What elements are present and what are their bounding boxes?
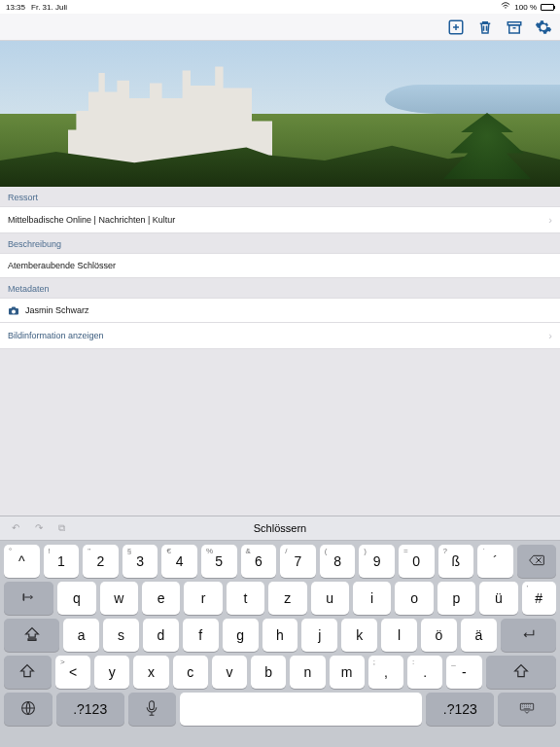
key-5[interactable]: %5 bbox=[201, 545, 237, 578]
battery-icon bbox=[541, 4, 554, 11]
key-hash[interactable]: '# bbox=[522, 582, 556, 615]
status-date: Fr. 31. Juli bbox=[31, 3, 67, 12]
globe-key[interactable] bbox=[4, 693, 52, 726]
key-m[interactable]: m bbox=[330, 656, 365, 689]
key-g[interactable]: g bbox=[223, 619, 259, 652]
key-x[interactable]: x bbox=[133, 656, 168, 689]
metadaten-author: Jasmin Schwarz bbox=[25, 305, 89, 315]
settings-button[interactable] bbox=[535, 18, 552, 36]
shift-key-left[interactable] bbox=[4, 656, 52, 689]
svg-rect-4 bbox=[150, 700, 155, 709]
svg-rect-2 bbox=[509, 24, 520, 32]
key-d[interactable]: d bbox=[143, 619, 179, 652]
key--[interactable]: _- bbox=[446, 656, 481, 689]
hide-keyboard-key[interactable] bbox=[498, 693, 556, 726]
add-image-button[interactable] bbox=[447, 18, 465, 36]
key-p[interactable]: p bbox=[438, 582, 475, 615]
symbols-key-left[interactable]: .?123 bbox=[56, 693, 124, 726]
key-ü[interactable]: ü bbox=[479, 582, 517, 615]
beschreibung-row[interactable]: Atemberaubende Schlösser bbox=[0, 253, 560, 278]
keyboard: ↶ ↷ ⧉ Schlössern °^!1"2§3€4%5&6/7(8)9=0?… bbox=[0, 516, 560, 747]
status-bar: 13:35 Fr. 31. Juli 100 % bbox=[0, 0, 560, 14]
metadaten-info-row[interactable]: Bildinformation anzeigen › bbox=[0, 323, 560, 349]
key-lt[interactable]: >< bbox=[55, 656, 90, 689]
mic-key[interactable] bbox=[128, 693, 177, 726]
beschreibung-value: Atemberaubende Schlösser bbox=[8, 261, 116, 270]
key-v[interactable]: v bbox=[212, 656, 247, 689]
backspace-key[interactable] bbox=[517, 545, 556, 578]
key-w[interactable]: w bbox=[100, 582, 138, 615]
key-y[interactable]: y bbox=[94, 656, 129, 689]
key-f[interactable]: f bbox=[183, 619, 219, 652]
enter-key[interactable] bbox=[501, 619, 556, 652]
key-z[interactable]: z bbox=[268, 582, 306, 615]
key-j[interactable]: j bbox=[301, 619, 337, 652]
battery-pct: 100 % bbox=[514, 3, 537, 12]
key-0[interactable]: =0 bbox=[399, 545, 435, 578]
key-q[interactable]: q bbox=[57, 582, 95, 615]
keyboard-suggestion[interactable]: Schlössern bbox=[0, 522, 560, 534]
key-l[interactable]: l bbox=[381, 619, 417, 652]
key-t[interactable]: t bbox=[227, 582, 264, 615]
key-´[interactable]: `´ bbox=[477, 545, 513, 578]
metadaten-author-row[interactable]: Jasmin Schwarz bbox=[0, 298, 560, 323]
toolbar bbox=[0, 14, 560, 41]
wifi-icon bbox=[501, 2, 510, 12]
capslock-key[interactable] bbox=[4, 619, 59, 652]
section-beschreibung-title: Beschreibung bbox=[0, 233, 560, 253]
key-u[interactable]: u bbox=[311, 582, 349, 615]
key-4[interactable]: €4 bbox=[161, 545, 197, 578]
key-2[interactable]: "2 bbox=[83, 545, 119, 578]
key-o[interactable]: o bbox=[395, 582, 433, 615]
ressort-row[interactable]: Mittelbadische Online | Nachrichten | Ku… bbox=[0, 206, 560, 233]
ressort-value: Mittelbadische Online | Nachrichten | Ku… bbox=[8, 215, 175, 225]
key-ß[interactable]: ?ß bbox=[438, 545, 474, 578]
key-b[interactable]: b bbox=[251, 656, 286, 689]
camera-icon bbox=[8, 305, 19, 315]
key-i[interactable]: i bbox=[353, 582, 391, 615]
key-c[interactable]: c bbox=[173, 656, 208, 689]
tab-key[interactable] bbox=[4, 582, 53, 615]
section-ressort-title: Ressort bbox=[0, 187, 560, 206]
key-6[interactable]: &6 bbox=[241, 545, 277, 578]
key-^[interactable]: °^ bbox=[4, 545, 40, 578]
shift-key-right[interactable] bbox=[486, 656, 556, 689]
key-,[interactable]: ;, bbox=[368, 656, 403, 689]
section-metadaten-title: Metadaten bbox=[0, 278, 560, 298]
key-.[interactable]: :. bbox=[407, 656, 442, 689]
chevron-right-icon: › bbox=[548, 330, 552, 341]
key-3[interactable]: §3 bbox=[122, 545, 158, 578]
archive-button[interactable] bbox=[506, 18, 523, 36]
key-e[interactable]: e bbox=[142, 582, 180, 615]
key-7[interactable]: /7 bbox=[280, 545, 316, 578]
space-key[interactable] bbox=[180, 693, 422, 726]
keyboard-suggestions-bar: ↶ ↷ ⧉ Schlössern bbox=[0, 516, 560, 541]
key-h[interactable]: h bbox=[262, 619, 298, 652]
status-time: 13:35 bbox=[6, 3, 25, 12]
key-k[interactable]: k bbox=[341, 619, 377, 652]
symbols-key-right[interactable]: .?123 bbox=[426, 693, 494, 726]
hero-image bbox=[0, 41, 560, 187]
key-n[interactable]: n bbox=[290, 656, 325, 689]
key-s[interactable]: s bbox=[103, 619, 139, 652]
key-ö[interactable]: ö bbox=[421, 619, 457, 652]
key-r[interactable]: r bbox=[184, 582, 222, 615]
chevron-right-icon: › bbox=[548, 214, 552, 226]
key-9[interactable]: )9 bbox=[359, 545, 395, 578]
key-ä[interactable]: ä bbox=[461, 619, 497, 652]
key-a[interactable]: a bbox=[63, 619, 99, 652]
key-8[interactable]: (8 bbox=[320, 545, 356, 578]
metadaten-info-link: Bildinformation anzeigen bbox=[8, 331, 104, 340]
delete-button[interactable] bbox=[476, 18, 494, 36]
key-1[interactable]: !1 bbox=[44, 545, 80, 578]
